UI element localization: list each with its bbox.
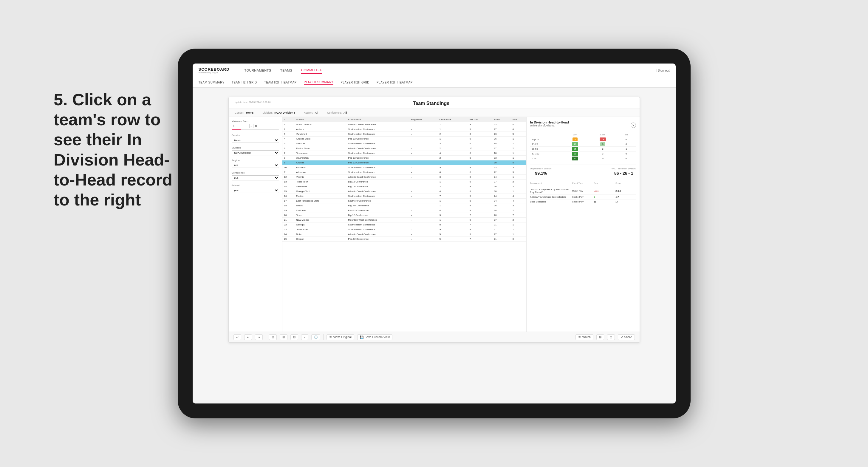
win-cell: 2 — [511, 180, 526, 184]
redo-button[interactable]: ↪ — [255, 334, 263, 340]
conference-cell: Southeastern Conference — [346, 222, 409, 227]
reg-rank-cell: - — [409, 218, 438, 222]
nav-teams[interactable]: TEAMS — [280, 67, 292, 73]
win-cell: 1 — [511, 136, 526, 142]
toolbar-tool-4[interactable]: ∘ — [301, 334, 308, 340]
table-row[interactable]: 6 Florida State Atlantic Coast Conferenc… — [282, 146, 526, 151]
conf-rank-cell: 4 — [438, 151, 468, 156]
sub-nav-player-h2h-heatmap[interactable]: PLAYER H2H HEATMAP — [377, 80, 413, 85]
table-row[interactable]: 16 Florida Southeastern Conference - 7 9… — [282, 194, 526, 198]
table-row[interactable]: 21 New Mexico Mountain West Conference -… — [282, 218, 526, 222]
no-tour-cell: 8 — [468, 170, 492, 175]
table-row[interactable]: 7 Tennessee Southeastern Conference - 4 … — [282, 151, 526, 156]
rank-cell: 6 — [282, 146, 294, 151]
tournament-col-name: Tournament — [530, 182, 571, 185]
reg-rank-cell: - — [409, 122, 438, 127]
nav-committee[interactable]: COMMITTEE — [301, 67, 322, 74]
h2h-close-button[interactable]: ✕ — [631, 123, 636, 128]
table-row[interactable]: 5 Ole Miss Southeastern Conference - 3 6… — [282, 142, 526, 146]
school-select[interactable]: (All) — [232, 188, 279, 193]
tournament-section: Tournament Event Type Pos Score Jackson … — [530, 182, 636, 204]
table-row[interactable]: 51-100 20 3 0 — [530, 152, 636, 156]
table-row[interactable]: 13 Texas Tech Big 12 Conference - 1 9 27… — [282, 180, 526, 184]
table-row[interactable]: 24 Duke Atlantic Coast Conference - 5 9 … — [282, 232, 526, 237]
reg-rank-cell: - — [409, 175, 438, 180]
h2h-record-stat: W-L-T record in-division: 86 - 26 - 1 — [612, 167, 636, 176]
view-original-button[interactable]: 👁 View: Original — [327, 334, 354, 340]
min-rounds-max-input[interactable] — [253, 124, 271, 128]
col-rnds: Rnds — [492, 117, 511, 122]
toolbar-tool-1[interactable]: ⊞ — [269, 334, 277, 340]
save-custom-view-button[interactable]: 💾 Save Custom View — [357, 334, 393, 340]
table-row[interactable]: 11 Arkansas Southeastern Conference - 6 … — [282, 170, 526, 175]
table-row[interactable]: 8 Washington Pac-12 Conference - 2 8 23 … — [282, 156, 526, 160]
rank-cell: 3 — [282, 132, 294, 136]
clock-button[interactable]: 🕐 — [311, 334, 320, 340]
reg-rank-cell: - — [409, 142, 438, 146]
conference-cell: Pac-12 Conference — [346, 160, 409, 165]
rank-cell: 19 — [282, 208, 294, 213]
step-back-button[interactable]: ↩ — [244, 334, 252, 340]
table-row[interactable]: 18 Illinois Big Ten Conference - 1 9 26 … — [282, 204, 526, 208]
rnds-cell: 21 — [492, 237, 511, 242]
tournament-col-score: Score — [615, 182, 636, 185]
table-row[interactable]: 9 Arizona Pac-12 Conference - - - 30 5 — [282, 160, 526, 165]
sign-out-link[interactable]: | Sign out — [656, 69, 670, 72]
win-cell: 6 — [511, 127, 526, 132]
undo-button[interactable]: ↩ — [234, 334, 241, 340]
table-row[interactable]: Top 10 3 13 0 — [530, 137, 636, 142]
table-row[interactable]: 22 Georgia Southeastern Conference - 8 7… — [282, 222, 526, 227]
win-cell: 1 — [511, 227, 526, 232]
conference-cell: Southeastern Conference — [346, 142, 409, 146]
table-row[interactable]: 2 Auburn Southeastern Conference - 1 9 2… — [282, 127, 526, 132]
table-row[interactable]: 4 Arizona State Pac-12 Conference - 1 9 … — [282, 136, 526, 142]
no-tour-cell: 10 — [468, 146, 492, 151]
table-row[interactable]: 20 Texas Big 12 Conference - 3 7 20 7 — [282, 213, 526, 218]
table-row[interactable]: 19 California Pac-12 Conference - 4 8 24… — [282, 208, 526, 213]
table-row[interactable]: 3 Vanderbilt Southeastern Conference - 2… — [282, 132, 526, 136]
school-cell: Washington — [294, 156, 346, 160]
table-row[interactable]: 17 East Tennessee State Southern Confere… — [282, 198, 526, 204]
toolbar-tool-2[interactable]: ⊞ — [280, 334, 287, 340]
min-rounds-input[interactable] — [232, 124, 250, 128]
sub-nav-team-h2h-grid[interactable]: TEAM H2H GRID — [232, 80, 257, 85]
conf-rank-cell: 1 — [438, 198, 468, 204]
conference-select[interactable]: (All) — [232, 175, 279, 180]
rank-cell: 15 — [282, 189, 294, 194]
rank-cell: 20 — [282, 213, 294, 218]
table-row[interactable]: 14 Oklahoma Big 12 Conference - 2 9 26 2 — [282, 184, 526, 189]
conf-rank-cell: 3 — [438, 213, 468, 218]
rank-cell: 7 — [282, 151, 294, 156]
sub-nav-team-h2h-heatmap[interactable]: TEAM H2H HEATMAP — [264, 80, 297, 85]
share-button[interactable]: ↗ Share — [618, 334, 635, 340]
sub-nav-player-summary[interactable]: PLAYER SUMMARY — [304, 80, 333, 85]
table-row[interactable]: 10 Alabama Southeastern Conference - 5 8… — [282, 165, 526, 170]
logo: SCOREBOARD Powered by clippd — [198, 67, 229, 74]
sub-nav-player-h2h-grid[interactable]: PLAYER H2H GRID — [341, 80, 369, 85]
sub-nav-team-summary[interactable]: TEAM SUMMARY — [198, 80, 225, 85]
reg-rank-cell: - — [409, 180, 438, 184]
table-row[interactable]: 25 Oregon Pac-12 Conference - 5 7 21 0 — [282, 237, 526, 242]
table-row[interactable]: 1 North Carolina Atlantic Coast Conferen… — [282, 122, 526, 127]
table-row[interactable]: 12 Virginia Atlantic Coast Conference - … — [282, 175, 526, 180]
table-row[interactable]: 11-25 11 8 0 — [530, 142, 636, 147]
no-tour-cell: 9 — [468, 127, 492, 132]
grid-button[interactable]: ⊞ — [596, 334, 604, 340]
gender-select[interactable]: Men's Women's — [232, 138, 279, 143]
conf-rank-cell: 2 — [438, 132, 468, 136]
table-row[interactable]: 23 Texas A&M Southeastern Conference - 9… — [282, 227, 526, 232]
rnds-cell: 23 — [492, 132, 511, 136]
region-select[interactable]: N/A East West — [232, 163, 279, 168]
rnds-cell: 23 — [492, 165, 511, 170]
layout-button[interactable]: ⊡ — [607, 334, 615, 340]
reg-rank-cell: - — [409, 136, 438, 142]
watch-button[interactable]: 👁 Watch — [576, 334, 593, 340]
nav-tournaments[interactable]: TOURNAMENTS — [244, 67, 271, 73]
table-row[interactable]: >100 27 0 0 — [530, 156, 636, 161]
table-row[interactable]: 26-50 25 2 1 — [530, 147, 636, 152]
table-row[interactable]: 15 Georgia Tech Atlantic Coast Conferenc… — [282, 189, 526, 194]
conf-rank-cell: 1 — [438, 218, 468, 222]
h2h-row-label: 26-50 — [530, 147, 561, 152]
division-select[interactable]: NCAA Division I NCAA Division II NCAA Di… — [232, 150, 279, 155]
toolbar-tool-3[interactable]: ⊡ — [290, 334, 298, 340]
